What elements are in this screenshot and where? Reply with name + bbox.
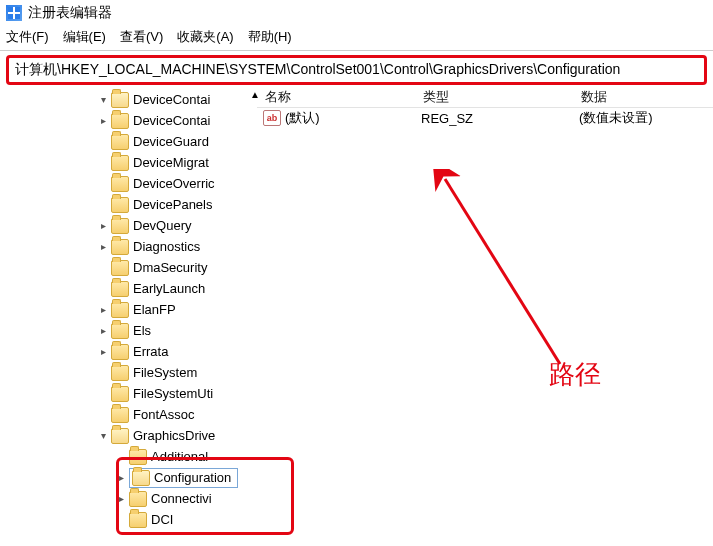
menu-edit[interactable]: 编辑(E) [63,28,106,46]
tree-item[interactable]: DeviceMigrat [0,152,253,173]
app-icon [6,5,22,21]
folder-icon [111,323,129,339]
chevron-right-icon[interactable]: ▸ [95,325,111,336]
tree-item-label: Configuration [154,470,231,485]
chevron-right-icon[interactable]: ▸ [95,220,111,231]
tree-item-label: DeviceContai [133,113,210,128]
tree-item-label: FontAssoc [133,407,194,422]
folder-icon [111,113,129,129]
tree-item[interactable]: DevicePanels [0,194,253,215]
tree-item[interactable]: FontAssoc [0,404,253,425]
tree-item-label: DeviceMigrat [133,155,209,170]
folder-icon [129,512,147,528]
tree-item[interactable]: DmaSecurity [0,257,253,278]
folder-icon [111,302,129,318]
tree-item-label: Els [133,323,151,338]
tree-item[interactable]: FileSystemUti [0,383,253,404]
folder-icon [111,428,129,444]
tree-item-label: Connectivi [151,491,212,506]
tree-item-selected[interactable]: Configuration [129,468,238,488]
tree-item[interactable]: ▾DeviceContai [0,89,253,110]
folder-icon [111,197,129,213]
tree-item-label: GraphicsDrive [133,428,215,443]
folder-icon [111,239,129,255]
tree-item[interactable]: ▸DevQuery [0,215,253,236]
value-name: (默认) [285,109,320,127]
chevron-down-icon[interactable]: ▾ [95,430,111,441]
menu-file[interactable]: 文件(F) [6,28,49,46]
tree-item[interactable]: ▸Errata [0,341,253,362]
path-bar[interactable]: 计算机\HKEY_LOCAL_MACHINE\SYSTEM\ControlSet… [6,55,707,85]
chevron-right-icon[interactable]: ▸ [95,241,111,252]
folder-icon [111,155,129,171]
tree-item[interactable]: EarlyLaunch [0,278,253,299]
col-data[interactable]: 数据 [573,88,713,106]
string-value-icon: ab [263,110,281,126]
tree-item-label: FileSystemUti [133,386,213,401]
values-panel: 名称 类型 数据 ab (默认) REG_SZ (数值未设置) [257,87,713,530]
folder-icon [111,134,129,150]
chevron-right-icon[interactable]: ▸ [113,493,129,504]
col-name[interactable]: 名称 [257,88,415,106]
folder-icon [111,92,129,108]
tree-item[interactable]: ▸ElanFP [0,299,253,320]
folder-icon [129,491,147,507]
folder-icon [132,470,150,486]
chevron-right-icon[interactable]: ▸ [113,472,129,483]
tree-item-label: Errata [133,344,168,359]
client-area: ▾DeviceContai▸DeviceContaiDeviceGuardDev… [0,87,713,530]
chevron-right-icon[interactable]: ▸ [95,346,111,357]
menu-help[interactable]: 帮助(H) [248,28,292,46]
tree-item[interactable]: ▸Configuration [0,467,253,488]
tree-item-label: DmaSecurity [133,260,207,275]
tree-panel: ▾DeviceContai▸DeviceContaiDeviceGuardDev… [0,87,253,530]
tree-item-label: DeviceOverric [133,176,215,191]
value-type: REG_SZ [413,111,571,126]
folder-icon [111,281,129,297]
tree-item[interactable]: ▾GraphicsDrive [0,425,253,446]
folder-icon [111,386,129,402]
chevron-right-icon[interactable]: ▸ [95,304,111,315]
folder-icon [111,407,129,423]
folder-icon [111,344,129,360]
list-row[interactable]: ab (默认) REG_SZ (数值未设置) [257,108,713,128]
tree-item[interactable]: DeviceOverric [0,173,253,194]
tree-item-label: DCI [151,512,173,527]
tree-item[interactable]: ▸DeviceContai [0,110,253,131]
col-type[interactable]: 类型 [415,88,573,106]
tree-item-label: EarlyLaunch [133,281,205,296]
tree-item[interactable]: ▸Diagnostics [0,236,253,257]
tree-item-label: DevQuery [133,218,192,233]
value-data: (数值未设置) [571,109,713,127]
folder-icon [111,176,129,192]
tree-item-label: DevicePanels [133,197,213,212]
folder-icon [129,449,147,465]
menu-view[interactable]: 查看(V) [120,28,163,46]
tree-item[interactable]: Additional [0,446,253,467]
list-header: 名称 类型 数据 [257,87,713,108]
tree-item-label: Diagnostics [133,239,200,254]
tree-item-label: Additional [151,449,208,464]
folder-icon [111,218,129,234]
menu-favorites[interactable]: 收藏夹(A) [177,28,233,46]
folder-icon [111,365,129,381]
chevron-right-icon[interactable]: ▸ [95,115,111,126]
tree-item[interactable]: DeviceGuard [0,131,253,152]
annotation-label: 路径 [549,357,601,392]
tree-item-label: DeviceGuard [133,134,209,149]
tree-item-label: DeviceContai [133,92,210,107]
chevron-down-icon[interactable]: ▾ [95,94,111,105]
app-title: 注册表编辑器 [28,4,112,22]
tree-item-label: FileSystem [133,365,197,380]
tree-item[interactable]: DCI [0,509,253,530]
tree-item-label: ElanFP [133,302,176,317]
tree-item[interactable]: FileSystem [0,362,253,383]
tree-item[interactable]: ▸Els [0,320,253,341]
menubar: 文件(F) 编辑(E) 查看(V) 收藏夹(A) 帮助(H) [0,26,713,51]
folder-icon [111,260,129,276]
tree-item[interactable]: ▸Connectivi [0,488,253,509]
titlebar: 注册表编辑器 [0,0,713,26]
